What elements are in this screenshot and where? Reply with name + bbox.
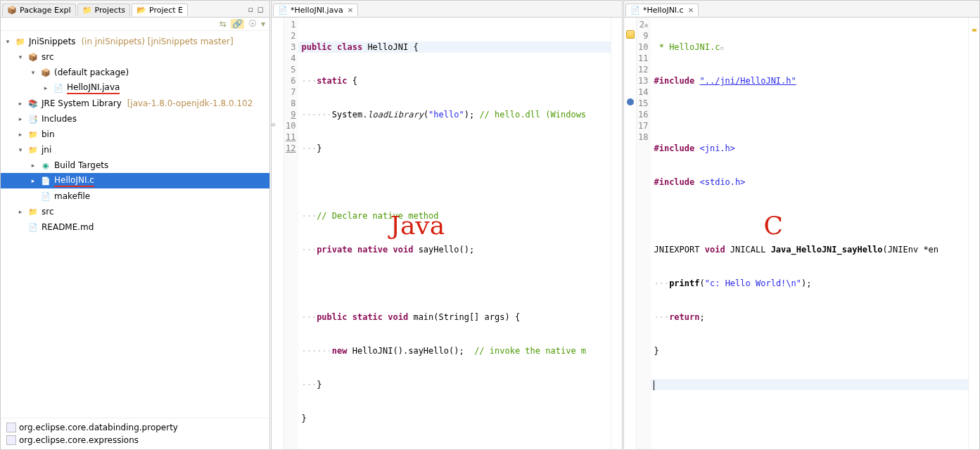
tree-bin[interactable]: ▸ 📁 bin bbox=[1, 127, 269, 142]
lib-item[interactable]: org.eclipse.core.expressions bbox=[1, 434, 269, 446]
tree-build-targets[interactable]: ▸ ◉ Build Targets bbox=[1, 158, 269, 173]
line-numbers: 2⊕ 9 10 11 12 13 14 15 16 17 18 bbox=[637, 18, 651, 449]
c-file-icon: 📄 bbox=[40, 175, 51, 186]
tree-readme[interactable]: ▸ 📄 README.md bbox=[1, 219, 269, 235]
tab-projects[interactable]: 📁 Projects bbox=[77, 4, 130, 16]
package-folder-icon: 📦 bbox=[27, 51, 39, 63]
focus-icon[interactable]: ⦿ bbox=[248, 19, 257, 29]
tab-label: Projects bbox=[95, 6, 125, 15]
explorer-toolbar: ⇆ 🔗 ⦿ ▾ bbox=[1, 18, 269, 31]
c-editor-tabrow: 📄 *HelloJNI.c ✕ bbox=[624, 1, 979, 18]
tree-jre[interactable]: ▸ 📚 JRE System Library [java-1.8.0-openj… bbox=[1, 96, 269, 111]
link-editor-icon[interactable]: 🔗 bbox=[231, 19, 244, 29]
warning-indicator[interactable] bbox=[972, 29, 976, 32]
makefile-icon: 📄 bbox=[40, 191, 51, 202]
fold-marker[interactable]: ⊖ bbox=[272, 119, 284, 130]
lib-label: org.eclipse.core.databinding.property bbox=[19, 423, 178, 432]
folder-icon: 📁 bbox=[27, 144, 39, 155]
jre-decor: [java-1.8.0-openjdk-1.8.0.102 bbox=[127, 98, 253, 108]
close-icon[interactable]: ✕ bbox=[688, 6, 694, 14]
text-cursor bbox=[654, 380, 654, 390]
tree-default-package[interactable]: ▾ 📦 (default package) bbox=[1, 65, 269, 80]
tab-package-explorer[interactable]: 📦 Package Expl bbox=[2, 4, 76, 16]
expand-icon[interactable]: ▾ bbox=[16, 53, 25, 60]
package-icon: 📦 bbox=[40, 67, 51, 78]
java-editor-tabrow: 📄 *HelloJNI.java ✕ bbox=[272, 1, 622, 18]
tree-label: JRE System Library bbox=[42, 98, 122, 108]
tree-label: Includes bbox=[42, 114, 77, 124]
tree-label: HelloJNI.java bbox=[67, 82, 120, 94]
tree-hellojni-java[interactable]: ▸ 📄 HelloJNI.java bbox=[1, 80, 269, 96]
c-file-icon: 📄 bbox=[630, 6, 640, 15]
tree-label: bin bbox=[42, 129, 55, 139]
line-numbers: 1 2 3 4 5 6 7 8 9 10 11 12 bbox=[284, 18, 298, 449]
lib-item[interactable]: org.eclipse.core.databinding.property bbox=[1, 421, 269, 434]
projects-icon: 📁 bbox=[82, 6, 92, 15]
marker-gutter: ⊖ bbox=[272, 18, 284, 449]
tree-label: README.md bbox=[42, 222, 94, 232]
info-marker[interactable] bbox=[627, 98, 634, 105]
expand-icon[interactable]: ▸ bbox=[16, 100, 25, 107]
project-explorer-panel: 📦 Package Expl 📁 Projects 📂 Project E ▫ … bbox=[0, 0, 270, 450]
lib-list: org.eclipse.core.databinding.property or… bbox=[1, 418, 269, 449]
package-icon: 📦 bbox=[7, 6, 17, 15]
folder-icon: 📂 bbox=[136, 6, 146, 15]
annotation-ruler bbox=[968, 18, 979, 449]
tree-src2[interactable]: ▸ 📁 src bbox=[1, 204, 269, 219]
java-editor-panel: 📄 *HelloJNI.java ✕ ⊖ 1 2 3 4 5 6 7 8 9 1… bbox=[271, 0, 623, 450]
expand-icon[interactable]: ▸ bbox=[16, 131, 25, 138]
collapse-all-icon[interactable]: ⇆ bbox=[219, 19, 227, 29]
java-code-area[interactable]: public class HelloJNI { ···static { ····… bbox=[298, 18, 611, 449]
view-menu-icon[interactable]: ▾ bbox=[261, 19, 265, 29]
annotation-ruler bbox=[611, 18, 622, 449]
marker-gutter bbox=[624, 18, 637, 449]
warning-marker[interactable] bbox=[626, 30, 635, 39]
c-code-editor[interactable]: 2⊕ 9 10 11 12 13 14 15 16 17 18 * HelloJ… bbox=[624, 18, 979, 449]
tree-jni[interactable]: ▾ 📁 jni bbox=[1, 142, 269, 158]
expand-icon[interactable]: ▾ bbox=[16, 146, 25, 153]
tree-label: src bbox=[42, 207, 54, 217]
minimize-icon[interactable]: ▫ bbox=[248, 5, 253, 14]
tree-label: Build Targets bbox=[54, 160, 108, 170]
expand-icon[interactable]: ▾ bbox=[29, 69, 37, 76]
tree-label: makefile bbox=[54, 191, 90, 201]
maximize-icon[interactable]: ◻ bbox=[257, 5, 264, 14]
tree-label: HelloJNI.c bbox=[54, 175, 94, 187]
project-decor: (in jniSnippets) [jniSnippets master] bbox=[81, 37, 233, 46]
tree-hellojni-c[interactable]: ▸ 📄 HelloJNI.c bbox=[1, 173, 269, 188]
bundle-icon bbox=[6, 423, 16, 432]
expand-icon[interactable]: ▸ bbox=[16, 208, 25, 215]
tab-label: *HelloJNI.c bbox=[643, 6, 684, 15]
expand-icon[interactable]: ▸ bbox=[16, 115, 25, 122]
target-icon: ◉ bbox=[40, 160, 51, 171]
close-icon[interactable]: ✕ bbox=[348, 6, 353, 14]
tree-includes[interactable]: ▸ 📑 Includes bbox=[1, 111, 269, 127]
expand-icon[interactable]: ▾ bbox=[4, 38, 12, 45]
project-explorer-tabrow: 📦 Package Expl 📁 Projects 📂 Project E ▫ … bbox=[1, 1, 269, 18]
tab-hellojni-java[interactable]: 📄 *HelloJNI.java ✕ bbox=[273, 4, 358, 16]
bundle-icon bbox=[6, 435, 16, 445]
tree-label: jni bbox=[42, 145, 51, 155]
overlay-c: C bbox=[763, 220, 783, 231]
folder-icon: 📁 bbox=[27, 206, 39, 217]
lib-label: org.eclipse.core.expressions bbox=[19, 435, 139, 445]
c-code-area[interactable]: * HelloJNI.c▫ #include "../jni/HelloJNI.… bbox=[651, 18, 968, 449]
overlay-java: Java bbox=[390, 220, 445, 231]
tree-project-root[interactable]: ▾ 📁 JniSnippets (in jniSnippets) [jniSni… bbox=[1, 34, 269, 49]
expand-icon[interactable]: ▸ bbox=[42, 84, 50, 91]
tab-label: Package Expl bbox=[20, 6, 71, 15]
tab-label: *HelloJNI.java bbox=[291, 6, 343, 15]
c-editor-panel: 📄 *HelloJNI.c ✕ 2⊕ 9 10 11 12 13 14 15 1… bbox=[623, 0, 980, 450]
tree-src[interactable]: ▾ 📦 src bbox=[1, 49, 269, 65]
expand-icon[interactable]: ▸ bbox=[29, 162, 37, 169]
tab-project-e[interactable]: 📂 Project E bbox=[132, 4, 188, 16]
tree-makefile[interactable]: ▸ 📄 makefile bbox=[1, 188, 269, 204]
project-tree[interactable]: ▾ 📁 JniSnippets (in jniSnippets) [jniSni… bbox=[1, 31, 269, 418]
expand-icon[interactable]: ▸ bbox=[29, 177, 37, 184]
java-file-icon: 📄 bbox=[278, 6, 288, 15]
tab-hellojni-c[interactable]: 📄 *HelloJNI.c ✕ bbox=[625, 4, 699, 16]
java-code-editor[interactable]: ⊖ 1 2 3 4 5 6 7 8 9 10 11 12 public clas… bbox=[272, 18, 622, 449]
library-icon: 📚 bbox=[27, 98, 39, 109]
tree-label: (default package) bbox=[54, 68, 129, 77]
java-file-icon: 📄 bbox=[53, 82, 64, 94]
